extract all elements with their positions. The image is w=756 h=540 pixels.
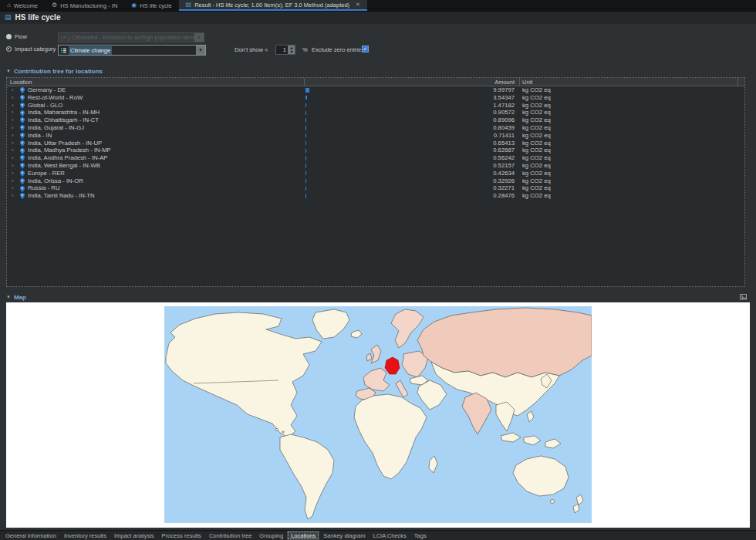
expand-chevron-icon[interactable]: ›	[12, 109, 14, 116]
unit-label: kg CO2 eq	[522, 177, 551, 185]
location-label: India, Maharashtra - IN-MH	[28, 109, 100, 116]
editor-tab[interactable]: ⌂ Welcome	[0, 0, 45, 11]
collapse-triangle-icon[interactable]: ▼	[6, 295, 11, 299]
impact-combo-arrow-icon[interactable]: ▼	[196, 46, 205, 55]
table-row[interactable]: › Global - GLO 1.47182 kg CO2 eq	[7, 102, 744, 110]
impact-category-radio[interactable]	[6, 46, 12, 52]
location-label: India, Andhra Pradesh - IN-AP	[28, 154, 107, 162]
contribution-bar	[305, 126, 306, 130]
home-icon: ⌂	[7, 2, 11, 8]
location-pin-icon	[20, 140, 25, 147]
collapse-triangle-icon[interactable]: ▼	[6, 69, 11, 73]
map-region-tasmania	[551, 500, 555, 504]
bottom-tab-general-information[interactable]: General information	[2, 531, 60, 540]
table-row[interactable]: › Germany - DE 9.99797 kg CO2 eq	[7, 86, 744, 94]
editor-tab-bar: ⌂ Welcome ⚙ HS Manufacturing - IN ◉ HS l…	[0, 0, 756, 12]
location-pin-icon	[20, 103, 25, 109]
table-row[interactable]: › India, West Bengal - IN-WB 0.52157 kg …	[7, 162, 744, 170]
table-row[interactable]: › India, Andhra Pradesh - IN-AP 0.56242 …	[7, 154, 744, 162]
location-label: India, Tamil Nadu - IN-TN	[28, 192, 95, 200]
table-row[interactable]: › India, Uttar Pradesh - IN-UP 0.65413 k…	[7, 140, 744, 147]
column-header-location[interactable]: Location	[10, 78, 32, 86]
location-pin-icon	[20, 125, 25, 131]
table-row[interactable]: › India, Gujarat - IN-GJ 0.80439 kg CO2 …	[7, 124, 744, 132]
location-pin-icon	[20, 155, 25, 161]
bottom-tab-contribution-tree[interactable]: Contribution tree	[205, 531, 255, 540]
bottom-tab-process-results[interactable]: Process results	[158, 531, 205, 540]
amount-value: 0.56242	[316, 154, 515, 162]
amount-value: 0.71411	[316, 132, 515, 140]
contribution-bar	[305, 103, 306, 107]
flow-radio[interactable]	[6, 34, 12, 39]
editor-tab[interactable]: ◉ HS life cycle	[124, 0, 178, 11]
expand-chevron-icon[interactable]: ›	[12, 147, 14, 154]
table-row[interactable]: › Europe - RER 0.42634 kg CO2 eq	[7, 170, 744, 177]
table-row[interactable]: › India, Chhattisgarh - IN-CT 0.89096 kg…	[7, 116, 744, 124]
cutoff-value[interactable]: 1	[276, 46, 288, 54]
editor-tab-label: HS Manufacturing - IN	[60, 2, 117, 9]
expand-chevron-icon[interactable]: ›	[12, 132, 14, 140]
table-row[interactable]: › Rest-of-World - RoW 3.54347 kg CO2 eq	[7, 94, 744, 102]
expand-chevron-icon[interactable]: ›	[12, 154, 14, 162]
tree-section-header[interactable]: ▼ Contribution tree for locations	[0, 66, 756, 76]
table-row[interactable]: › India - IN 0.71411 kg CO2 eq	[7, 132, 744, 140]
bottom-tab-label: Contribution tree	[209, 532, 251, 539]
amount-value: 0.28476	[316, 192, 515, 200]
percent-label: %	[302, 46, 308, 53]
expand-chevron-icon[interactable]: ›	[12, 162, 14, 170]
table-row[interactable]: › Russia - RU 0.32271 kg CO2 eq	[7, 184, 744, 192]
table-row[interactable]: › India, Maharashtra - IN-MH 0.90572 kg …	[7, 109, 744, 116]
editor-tab[interactable]: ▤ Result - HS life cycle; 1.00 Item(s); …	[179, 0, 367, 11]
expand-chevron-icon[interactable]: ›	[12, 170, 14, 177]
amount-value: 0.80439	[316, 124, 515, 132]
expand-chevron-icon[interactable]: ›	[12, 86, 14, 94]
column-header-unit[interactable]: Unit	[522, 78, 532, 86]
contribution-bar	[305, 194, 306, 197]
bottom-tab-impact-analysis[interactable]: Impact analysis	[110, 531, 158, 540]
result-controls: Flow (+-) Citronellol - Emission to air/…	[0, 24, 756, 66]
tab-close-icon[interactable]: ✕	[356, 2, 360, 8]
table-row[interactable]: › India, Madhya Pradesh - IN-MP 0.62687 …	[7, 147, 744, 154]
contribution-bar	[305, 187, 306, 191]
bottom-tab-label: Grouping	[259, 532, 283, 539]
expand-chevron-icon[interactable]: ›	[12, 124, 14, 132]
expand-chevron-icon[interactable]: ›	[12, 184, 14, 192]
amount-value: 0.32271	[316, 184, 515, 192]
spinner-down-icon[interactable]	[288, 50, 295, 55]
impact-category-combo[interactable]: Climate change ▼	[58, 45, 206, 56]
unit-label: kg CO2 eq	[522, 94, 551, 102]
form-title-bar: ▤ HS life cycle	[0, 12, 756, 24]
expand-chevron-icon[interactable]: ›	[12, 116, 14, 124]
bottom-tab-lcia-checks[interactable]: LCIA Checks	[370, 531, 410, 540]
exclude-zero-checkbox[interactable]: ✓	[362, 46, 369, 52]
expand-chevron-icon[interactable]: ›	[12, 192, 14, 200]
bottom-tab-locations[interactable]: Locations	[287, 531, 319, 540]
expand-chevron-icon[interactable]: ›	[12, 140, 14, 147]
editor-tab-label: Result - HS life cycle; 1.00 Item(s); EF…	[194, 2, 349, 8]
unit-label: kg CO2 eq	[522, 124, 551, 132]
cutoff-spinner[interactable]: 1	[275, 45, 295, 55]
unit-label: kg CO2 eq	[522, 184, 551, 192]
expand-chevron-icon[interactable]: ›	[12, 102, 14, 110]
amount-value: 0.89096	[316, 116, 515, 124]
result-chart-icon: ▤	[186, 2, 192, 8]
bottom-tab-sankey-diagram[interactable]: Sankey diagram	[319, 531, 369, 540]
table-row[interactable]: › India, Tamil Nadu - IN-TN 0.28476 kg C…	[7, 192, 744, 200]
table-row[interactable]: › India, Orissa - IN-OR 0.32926 kg CO2 e…	[7, 177, 744, 185]
location-pin-icon	[20, 186, 25, 192]
export-map-image-icon[interactable]	[740, 293, 747, 300]
bottom-tab-tags[interactable]: Tags	[410, 531, 430, 540]
bottom-tab-inventory-results[interactable]: Inventory results	[60, 531, 110, 540]
editor-tab[interactable]: ⚙ HS Manufacturing - IN	[45, 0, 124, 11]
location-pin-icon	[20, 178, 25, 184]
bottom-tab-grouping[interactable]: Grouping	[255, 531, 287, 540]
unit-label: kg CO2 eq	[522, 162, 551, 170]
amount-value: 0.90572	[316, 109, 515, 116]
world-map	[164, 306, 592, 523]
expand-chevron-icon[interactable]: ›	[12, 177, 14, 185]
world-map-panel[interactable]	[6, 302, 750, 528]
column-header-amount[interactable]: Amount	[316, 78, 515, 86]
table-header: Location Amount Unit	[7, 78, 744, 86]
map-section-header[interactable]: ▼ Map	[0, 292, 756, 302]
expand-chevron-icon[interactable]: ›	[12, 94, 14, 102]
